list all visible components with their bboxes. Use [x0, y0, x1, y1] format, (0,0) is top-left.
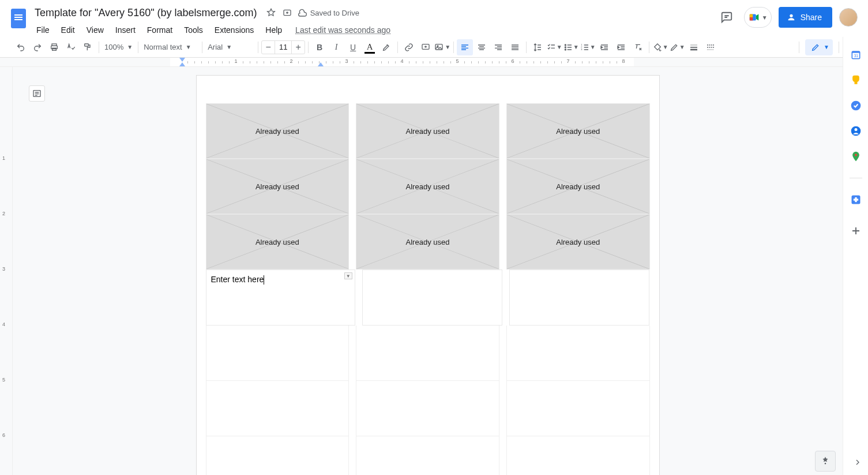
- document-title[interactable]: Template for "Avery 5160" (by labelsmerg…: [31, 6, 261, 20]
- label-cell-used[interactable]: Already used: [506, 214, 650, 270]
- bold-icon[interactable]: B: [311, 39, 328, 55]
- chevron-down-icon: ▼: [186, 44, 191, 50]
- text-color-icon[interactable]: A: [362, 39, 378, 55]
- used-label: Already used: [406, 182, 450, 191]
- line-spacing-icon[interactable]: [529, 39, 546, 55]
- used-label: Already used: [255, 127, 299, 136]
- editing-mode-button[interactable]: ▼: [805, 39, 833, 55]
- label-cell-empty[interactable]: [506, 436, 650, 475]
- label-cell-used[interactable]: Already used: [506, 103, 650, 159]
- style-value: Normal text: [144, 43, 182, 51]
- label-cell-empty[interactable]: [506, 326, 650, 381]
- highlight-icon[interactable]: [378, 39, 394, 55]
- label-cell-empty[interactable]: [356, 326, 499, 381]
- share-button[interactable]: Share: [779, 7, 832, 28]
- tasks-icon[interactable]: [850, 99, 862, 112]
- svg-rect-3: [749, 17, 753, 21]
- checklist-icon[interactable]: ▼: [546, 39, 562, 55]
- clear-format-icon[interactable]: [630, 39, 646, 55]
- label-cell-empty[interactable]: [509, 270, 649, 326]
- label-cell-editing[interactable]: Enter text here ▼: [206, 270, 355, 326]
- docs-logo[interactable]: [8, 5, 29, 32]
- decrease-button[interactable]: −: [262, 42, 275, 53]
- calendar-icon[interactable]: 31: [850, 48, 862, 61]
- indent-increase-icon[interactable]: [613, 39, 629, 55]
- horizontal-ruler[interactable]: 12345678: [0, 58, 868, 67]
- label-cell-used[interactable]: Already used: [506, 159, 650, 214]
- label-cell-used[interactable]: Already used: [356, 214, 499, 270]
- undo-icon[interactable]: [13, 39, 29, 55]
- svg-rect-49: [825, 463, 826, 464]
- meet-button[interactable]: ▼: [744, 7, 772, 28]
- zoom-select[interactable]: 100%▼: [102, 39, 135, 55]
- document-page[interactable]: Already used Already used Already used A…: [196, 75, 660, 475]
- print-icon[interactable]: [46, 39, 62, 55]
- chevron-down-icon: ▼: [127, 44, 133, 50]
- indent-decrease-icon[interactable]: [596, 39, 613, 55]
- move-icon[interactable]: [281, 7, 293, 18]
- label-cell-used[interactable]: Already used: [356, 103, 499, 159]
- label-cell-empty[interactable]: [206, 326, 350, 381]
- font-size-value[interactable]: 11: [275, 41, 292, 54]
- label-cell-empty[interactable]: [506, 381, 650, 436]
- menu-view[interactable]: View: [81, 23, 109, 37]
- menu-file[interactable]: File: [31, 23, 55, 37]
- paint-format-icon[interactable]: [80, 39, 96, 55]
- used-label: Already used: [556, 127, 600, 136]
- comments-icon[interactable]: [716, 7, 737, 28]
- used-label: Already used: [406, 127, 450, 136]
- label-cell-used[interactable]: Already used: [206, 159, 350, 214]
- underline-icon[interactable]: U: [345, 39, 361, 55]
- align-justify-icon[interactable]: [507, 39, 523, 55]
- contacts-icon[interactable]: [850, 125, 862, 137]
- menu-tools[interactable]: Tools: [179, 23, 208, 37]
- number-list-icon[interactable]: 123▼: [580, 39, 596, 55]
- enter-text[interactable]: Enter text here: [211, 275, 265, 285]
- last-edit-link[interactable]: Last edit was seconds ago: [295, 25, 390, 35]
- menu-insert[interactable]: Insert: [110, 23, 141, 37]
- menu-extensions[interactable]: Extensions: [209, 23, 259, 37]
- label-cell-empty[interactable]: [356, 381, 499, 436]
- label-cell-empty[interactable]: [206, 436, 350, 475]
- outline-toggle-icon[interactable]: [29, 85, 45, 102]
- fill-color-icon[interactable]: ▼: [652, 39, 668, 55]
- style-select[interactable]: Normal text▼: [141, 39, 199, 55]
- explore-button[interactable]: [815, 451, 836, 472]
- spellcheck-icon[interactable]: [63, 39, 79, 55]
- font-select[interactable]: Arial▼: [205, 39, 255, 55]
- keep-icon[interactable]: [850, 74, 862, 87]
- label-cell-empty[interactable]: [356, 436, 499, 475]
- border-style-icon[interactable]: [702, 39, 719, 55]
- addon-icon[interactable]: [850, 193, 862, 206]
- save-status[interactable]: Saved to Drive: [298, 8, 359, 17]
- border-color-icon[interactable]: ▼: [669, 39, 685, 55]
- increase-button[interactable]: +: [292, 42, 305, 53]
- maps-icon[interactable]: [850, 150, 862, 163]
- document-canvas[interactable]: Already used Already used Already used A…: [13, 67, 843, 475]
- align-center-icon[interactable]: [474, 39, 490, 55]
- menu-format[interactable]: Format: [142, 23, 178, 37]
- label-cell-used[interactable]: Already used: [356, 159, 499, 214]
- redo-icon[interactable]: [29, 39, 46, 55]
- used-label: Already used: [406, 238, 450, 246]
- label-cell-used[interactable]: Already used: [206, 214, 350, 270]
- cell-options-icon[interactable]: ▼: [344, 272, 352, 279]
- menu-help[interactable]: Help: [260, 23, 287, 37]
- link-icon[interactable]: [401, 39, 417, 55]
- label-cell-used[interactable]: Already used: [206, 103, 350, 159]
- account-avatar[interactable]: [839, 8, 858, 27]
- menu-edit[interactable]: Edit: [56, 23, 80, 37]
- add-comment-icon[interactable]: [418, 39, 434, 55]
- label-cell-empty[interactable]: [362, 270, 502, 326]
- collapse-side-icon[interactable]: [853, 458, 862, 469]
- bullet-list-icon[interactable]: ▼: [563, 39, 579, 55]
- italic-icon[interactable]: I: [328, 39, 344, 55]
- align-left-icon[interactable]: [457, 39, 473, 55]
- add-icon[interactable]: [850, 225, 862, 237]
- label-cell-empty[interactable]: [206, 381, 350, 436]
- border-width-icon[interactable]: [686, 39, 702, 55]
- align-right-icon[interactable]: [490, 39, 506, 55]
- insert-image-icon[interactable]: ▼: [434, 39, 450, 55]
- star-icon[interactable]: [265, 7, 277, 18]
- vertical-ruler[interactable]: 123456: [0, 67, 13, 475]
